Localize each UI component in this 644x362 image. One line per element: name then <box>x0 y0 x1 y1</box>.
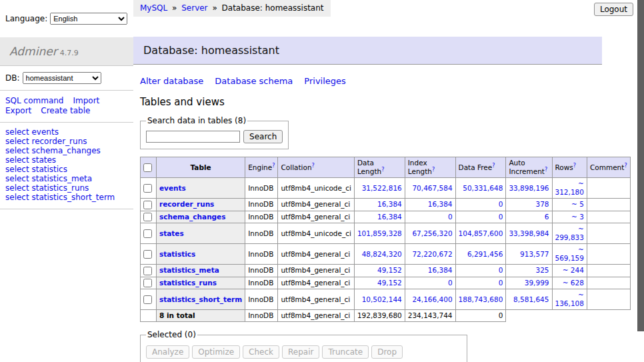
cell-auto-increment-link[interactable]: 33,398,984 <box>509 229 549 237</box>
cell-rows-link[interactable]: ~ 136,108 <box>555 291 584 307</box>
adminer-logo-link[interactable]: Adminer <box>9 45 57 58</box>
sidebar-link-import[interactable]: Import <box>73 96 99 105</box>
table-name-link[interactable]: events <box>159 184 186 192</box>
search-button[interactable]: Search <box>243 130 283 143</box>
doc-link[interactable]: ? <box>573 162 576 168</box>
language-select[interactable]: English <box>50 13 127 25</box>
cell-index-length-link[interactable]: 24,166,400 <box>412 295 452 303</box>
cell-rows-link[interactable]: ~ 3 <box>571 213 584 221</box>
doc-link[interactable]: ? <box>624 162 627 168</box>
app-version[interactable]: 4.7.9 <box>60 49 79 57</box>
scrollbar-thumb[interactable] <box>637 0 644 331</box>
drop-button[interactable]: Drop <box>371 345 403 359</box>
cell-data-length-link[interactable]: 31,522,816 <box>362 184 402 192</box>
select-all-checkbox[interactable] <box>143 163 152 172</box>
breadcrumb-link-mysql[interactable]: MySQL <box>140 3 167 13</box>
table-name-link[interactable]: schema_changes <box>159 213 226 221</box>
cell-data-free-link[interactable]: 0 <box>499 266 503 274</box>
cell-data-free-link[interactable]: 104,857,600 <box>459 229 503 237</box>
row-checkbox[interactable] <box>143 213 152 221</box>
cell-data-free-link[interactable]: 188,743,680 <box>459 295 503 303</box>
table-link-select-states[interactable]: select states <box>5 156 128 165</box>
cell-rows-link[interactable]: ~ 5 <box>571 200 584 208</box>
cell-auto-increment-link[interactable]: 8,581,645 <box>513 295 549 303</box>
doc-link[interactable]: ? <box>492 162 495 168</box>
cell-data-length-link[interactable]: 49,152 <box>377 266 402 274</box>
table-link-select-statistics-short-term[interactable]: select statistics_short_term <box>5 193 128 202</box>
cell-data-free-link[interactable]: 6,291,456 <box>467 250 503 258</box>
cell-index-length-link[interactable]: 67,256,320 <box>412 229 452 237</box>
cell-rows-link[interactable]: ~ 244 <box>563 266 584 274</box>
breadcrumb-link-server[interactable]: Server <box>181 3 207 13</box>
table-name-link[interactable]: statistics_meta <box>159 266 219 274</box>
table-link-select-schema-changes[interactable]: select schema_changes <box>5 147 128 155</box>
column-header-collation: Collation? <box>278 157 354 178</box>
action-link-privileges[interactable]: Privileges <box>304 76 346 86</box>
table-name-link[interactable]: states <box>159 229 184 237</box>
cell-auto-increment-link[interactable]: 913,577 <box>520 250 549 258</box>
cell-auto-increment-link[interactable]: 6 <box>545 213 549 221</box>
table-link-select-statistics-runs[interactable]: select statistics_runs <box>5 184 128 193</box>
table-link-select-events[interactable]: select events <box>5 128 128 137</box>
cell-index-length-link[interactable]: 72,220,672 <box>412 250 452 258</box>
cell-data-length-link[interactable]: 49,152 <box>377 279 402 287</box>
cell-index-length-link[interactable]: 16,384 <box>428 200 453 208</box>
cell-rows-link[interactable]: ~ 628 <box>563 279 584 287</box>
cell-auto-increment-link[interactable]: 325 <box>535 266 549 274</box>
cell-data-length-link[interactable]: 10,502,144 <box>362 295 402 303</box>
cell-index-length-link[interactable]: 16,384 <box>428 266 453 274</box>
row-checkbox[interactable] <box>143 279 152 287</box>
row-checkbox[interactable] <box>143 229 152 238</box>
row-checkbox[interactable] <box>143 267 152 275</box>
cell-index-length-link[interactable]: 70,467,584 <box>412 184 452 192</box>
row-checkbox[interactable] <box>143 250 152 259</box>
doc-link[interactable]: ? <box>272 162 275 168</box>
logout-button[interactable]: Logout <box>594 3 633 16</box>
cell-index-length-link[interactable]: 0 <box>448 279 453 287</box>
cell-data-free-link[interactable]: 0 <box>499 279 503 287</box>
cell-data-length-link[interactable]: 48,824,320 <box>362 250 402 258</box>
cell-data-free-link[interactable]: 50,331,648 <box>463 184 503 192</box>
table-link-select-statistics[interactable]: select statistics <box>5 165 128 174</box>
cell-rows-link[interactable]: ~ 299,833 <box>555 225 584 241</box>
check-button[interactable]: Check <box>243 345 279 359</box>
row-checkbox[interactable] <box>143 184 152 193</box>
cell-auto-increment-link[interactable]: 33,898,196 <box>509 184 549 192</box>
table-link-select-statistics-meta[interactable]: select statistics_meta <box>5 175 128 183</box>
cell-data-length-link[interactable]: 101,859,328 <box>357 229 402 237</box>
doc-link[interactable]: ? <box>545 167 547 173</box>
cell-auto-increment: 378 <box>506 199 552 211</box>
cell-rows-link[interactable]: ~ 312,180 <box>555 179 584 196</box>
scrollbar[interactable] <box>637 0 644 362</box>
table-name-link[interactable]: recorder_runs <box>159 200 214 208</box>
sidebar-link-create-table[interactable]: Create table <box>41 106 90 115</box>
cell-rows: ~ 299,833 <box>552 223 587 244</box>
cell-data-length-link[interactable]: 16,384 <box>377 213 402 221</box>
truncate-button[interactable]: Truncate <box>322 345 369 359</box>
search-input[interactable] <box>146 131 240 143</box>
row-checkbox[interactable] <box>143 295 152 304</box>
repair-button[interactable]: Repair <box>282 345 319 359</box>
cell-rows-link[interactable]: ~ 569,159 <box>555 245 584 262</box>
cell-data-length-link[interactable]: 16,384 <box>377 200 402 208</box>
db-select[interactable]: homeassistant <box>23 72 101 84</box>
table-name-link[interactable]: statistics_short_term <box>159 295 242 303</box>
table-name-link[interactable]: statistics <box>159 250 195 258</box>
row-checkbox[interactable] <box>143 201 152 209</box>
doc-link[interactable]: ? <box>432 167 435 173</box>
cell-auto-increment-link[interactable]: 378 <box>535 200 549 208</box>
doc-link[interactable]: ? <box>312 162 315 168</box>
table-link-select-recorder-runs[interactable]: select recorder_runs <box>5 137 128 146</box>
cell-auto-increment-link[interactable]: 39,999 <box>525 279 549 287</box>
cell-data-free-link[interactable]: 0 <box>499 200 503 208</box>
action-link-alter-database[interactable]: Alter database <box>140 76 203 86</box>
optimize-button[interactable]: Optimize <box>192 345 240 359</box>
cell-data-free-link[interactable]: 0 <box>499 213 503 221</box>
cell-index-length-link[interactable]: 0 <box>448 213 453 221</box>
doc-link[interactable]: ? <box>381 167 384 173</box>
sidebar-link-export[interactable]: Export <box>5 106 31 115</box>
table-name-link[interactable]: statistics_runs <box>159 279 217 287</box>
sidebar-link-sql-command[interactable]: SQL command <box>5 96 63 105</box>
analyze-button[interactable]: Analyze <box>146 345 189 359</box>
action-link-database-schema[interactable]: Database schema <box>215 76 293 86</box>
